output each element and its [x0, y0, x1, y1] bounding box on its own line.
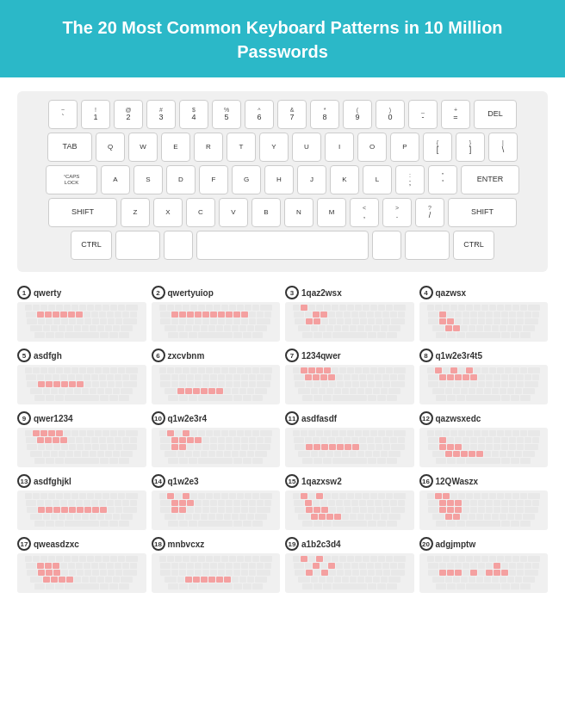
pattern-name-10: q1w2e3r4 [168, 414, 208, 423]
main-keyboard: ~` !1 @2 #3 $4 %5 ^6 &7 *8 (9 )0 _- += D… [17, 91, 548, 272]
mini-kb-17 [17, 553, 146, 593]
mini-kb-15 [285, 490, 414, 530]
pattern-name-6: zxcvbnm [168, 351, 205, 361]
key-lbracket: {[ [423, 133, 452, 162]
pattern-name-4: qazwsx [436, 288, 467, 298]
pattern-num-3: 3 [285, 286, 299, 299]
key-fn [115, 231, 160, 260]
pattern-5: 5 asdfgh [17, 349, 146, 404]
mini-kb-20 [419, 553, 549, 593]
key-backtick: ~` [48, 100, 78, 129]
pattern-name-19: a1b2c3d4 [301, 540, 341, 549]
key-1: !1 [81, 100, 110, 129]
kb-row-4: SHIFT Z X C V B N M <, >. ?/ SHIFT [24, 198, 541, 227]
pattern-18: 18 mnbvcxz [152, 537, 281, 593]
mini-kb-14 [152, 490, 281, 530]
key-alt [164, 231, 193, 260]
kb-row-2: TAB Q W E R T Y U I O P {[ }] |\ [24, 133, 541, 162]
pattern-num-13: 13 [17, 474, 31, 488]
pattern-num-9: 9 [17, 411, 31, 425]
key-0: )0 [376, 100, 405, 129]
pattern-7: 7 1234qwer [285, 349, 414, 404]
key-r: R [194, 133, 223, 162]
key-period: >. [382, 198, 412, 227]
pattern-num-8: 8 [419, 349, 433, 362]
key-s: S [133, 165, 163, 194]
mini-kb-9 [17, 428, 146, 467]
pattern-num-18: 18 [152, 537, 165, 551]
key-g: G [232, 165, 261, 194]
pattern-name-9: qwer1234 [34, 414, 73, 423]
key-y: Y [259, 133, 289, 162]
key-d: D [166, 165, 196, 194]
mini-kb-19 [285, 553, 414, 593]
key-backslash: |\ [488, 133, 518, 162]
pattern-name-12: qazwsxedc [436, 414, 481, 423]
pattern-15: 15 1qazxsw2 [285, 474, 414, 530]
key-tab: TAB [47, 133, 92, 162]
key-w: W [128, 133, 158, 162]
pattern-17: 17 qweasdzxc [17, 537, 146, 593]
key-5: %5 [212, 100, 241, 129]
pattern-num-1: 1 [17, 286, 31, 299]
pattern-9: 9 qwer1234 [17, 411, 146, 467]
pattern-name-18: mnbvcxz [168, 540, 205, 549]
page-header: The 20 Most Common Keyboard Patterns in … [0, 0, 565, 77]
key-p: P [390, 133, 419, 162]
pattern-name-5: asdfgh [34, 351, 62, 361]
key-comma: <, [350, 198, 379, 227]
mini-kb-8 [419, 365, 549, 404]
pattern-name-11: asdfasdf [301, 414, 337, 423]
pattern-name-20: adgjmptw [436, 540, 476, 549]
key-k: K [330, 165, 359, 194]
key-z: Z [121, 198, 150, 227]
pattern-10: 10 q1w2e3r4 [152, 411, 281, 467]
key-v: V [219, 198, 248, 227]
pattern-4: 4 qazwsx [419, 286, 549, 342]
key-8: *8 [310, 100, 339, 129]
key-b: B [251, 198, 281, 227]
key-minus: _- [408, 100, 438, 129]
mini-kb-11 [285, 428, 414, 467]
pattern-num-2: 2 [152, 286, 165, 299]
key-l: L [363, 165, 392, 194]
mini-kb-3 [285, 302, 414, 342]
pattern-num-20: 20 [419, 537, 433, 551]
key-shift-left: SHIFT [48, 198, 117, 227]
mini-kb-18 [152, 553, 281, 593]
kb-row-3: °CAPSLOCK A S D F G H J K L :; "' ENTER [24, 165, 541, 194]
key-shift-right: SHIFT [448, 198, 517, 227]
mini-kb-10 [152, 428, 281, 467]
key-caps-lock: °CAPSLOCK [46, 165, 97, 194]
mini-kb-7 [285, 365, 414, 404]
kb-row-5: CTRL CTRL [24, 231, 541, 260]
key-6: ^6 [245, 100, 274, 129]
key-4: $4 [179, 100, 208, 129]
mini-kb-6 [152, 365, 281, 404]
page: The 20 Most Common Keyboard Patterns in … [0, 0, 565, 728]
key-x: X [153, 198, 183, 227]
pattern-num-7: 7 [285, 349, 299, 362]
key-o: O [357, 133, 387, 162]
pattern-num-5: 5 [17, 349, 31, 362]
pattern-num-10: 10 [152, 411, 165, 425]
key-j: J [297, 165, 326, 194]
pattern-8: 8 q1w2e3r4t5 [419, 349, 549, 404]
pattern-num-16: 16 [419, 474, 433, 488]
pattern-6: 6 zxcvbnm [152, 349, 281, 404]
mini-kb-5 [17, 365, 146, 404]
key-f: F [199, 165, 228, 194]
key-t: T [227, 133, 256, 162]
key-c: C [186, 198, 215, 227]
pattern-11: 11 asdfasdf [285, 411, 414, 467]
key-space [196, 231, 369, 260]
key-semicolon: :; [395, 165, 425, 194]
pattern-19: 19 a1b2c3d4 [285, 537, 414, 593]
pattern-num-12: 12 [419, 411, 433, 425]
pattern-name-15: 1qazxsw2 [301, 477, 342, 486]
pattern-name-3: 1qaz2wsx [301, 288, 342, 298]
pattern-name-13: asdfghjkl [34, 477, 71, 486]
pattern-name-17: qweasdzxc [34, 540, 79, 549]
pattern-name-1: qwerty [34, 288, 61, 298]
key-m: M [317, 198, 346, 227]
